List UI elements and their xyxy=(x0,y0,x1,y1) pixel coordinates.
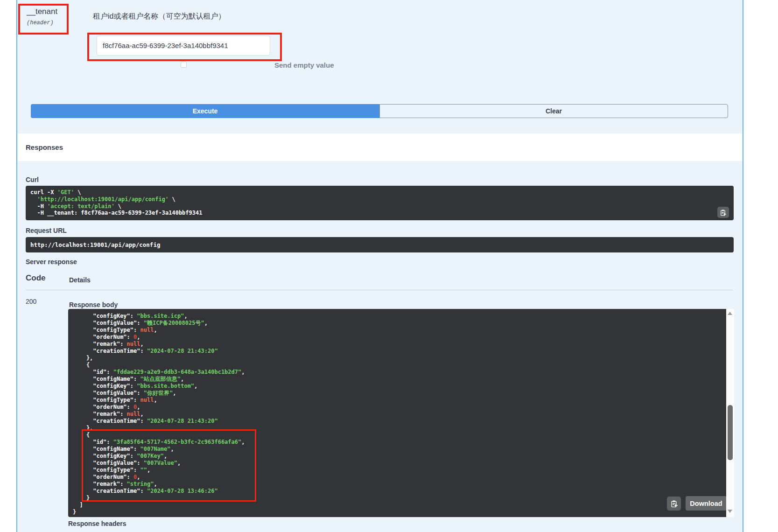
curl-label: Curl xyxy=(26,176,39,183)
curl-command-block: curl -X 'GET' \ 'http://localhost:19001/… xyxy=(26,186,734,220)
scrollbar-thumb[interactable] xyxy=(728,405,733,460)
opblock-right-border xyxy=(743,0,743,532)
response-body-block[interactable]: "configKey": "bbs.site.icp", "configValu… xyxy=(68,309,726,517)
code-column-header: Code xyxy=(26,273,46,283)
tenant-value-input[interactable] xyxy=(97,35,270,56)
opblock-left-border xyxy=(16,0,17,532)
responses-title: Responses xyxy=(26,143,63,151)
response-body-code: "configKey": "bbs.site.icp", "configValu… xyxy=(73,313,726,516)
server-response-label: Server response xyxy=(26,258,77,266)
clear-button[interactable]: Clear xyxy=(379,104,728,118)
parameter-description: 租户id或者租户名称（可空为默认租户） xyxy=(93,12,225,21)
curl-copy-button[interactable] xyxy=(717,207,729,218)
response-body-label: Response body xyxy=(69,301,118,308)
request-url-value: http://localhost:19001/api/app/config xyxy=(30,241,160,248)
status-code: 200 xyxy=(26,298,36,305)
request-url-block: http://localhost:19001/api/app/config xyxy=(26,237,734,252)
response-copy-button[interactable] xyxy=(667,497,681,511)
details-column-header: Details xyxy=(69,276,91,284)
clipboard-copy-icon xyxy=(720,209,727,216)
send-empty-value-checkbox[interactable] xyxy=(181,62,187,68)
request-url-label: Request URL xyxy=(26,227,67,234)
execute-button[interactable]: Execute xyxy=(31,104,379,118)
responses-section-header: Responses xyxy=(17,133,743,161)
swagger-operation-page: __tenant (header) 租户id或者租户名称（可空为默认租户） Se… xyxy=(0,0,778,532)
curl-code: curl -X 'GET' \ 'http://localhost:19001/… xyxy=(30,189,729,217)
scrollbar-down-arrow-icon[interactable] xyxy=(728,510,732,513)
scrollbar-up-arrow-icon[interactable] xyxy=(728,312,732,315)
clipboard-copy-icon xyxy=(670,500,678,508)
send-empty-value-label: Send empty value xyxy=(274,61,334,69)
response-headers-label: Response headers xyxy=(68,520,126,527)
download-button[interactable]: Download xyxy=(686,496,727,511)
table-header-divider xyxy=(26,290,733,290)
